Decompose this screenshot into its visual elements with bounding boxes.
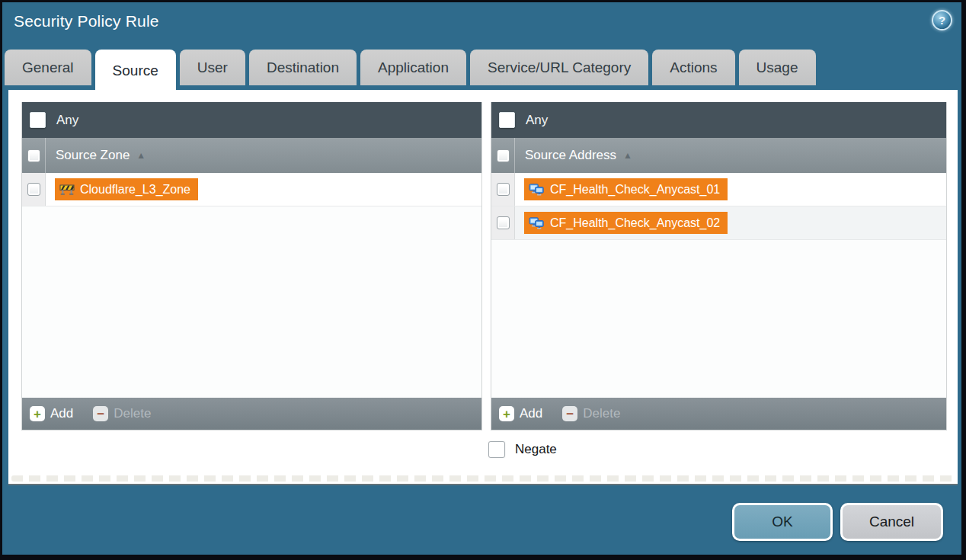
source-zone-any-checkbox[interactable] [30, 112, 46, 128]
address-icon [529, 217, 545, 229]
source-zone-panel: Any Source Zone ▲ [21, 102, 482, 430]
address-chip[interactable]: CF_Health_Check_Anycast_02 [524, 212, 728, 234]
negate-row: Negate [488, 441, 557, 458]
delete-button[interactable]: − Delete [93, 406, 151, 421]
resize-grip[interactable] [11, 475, 955, 482]
add-button[interactable]: + Add [30, 406, 73, 421]
source-zone-any-label: Any [56, 113, 78, 128]
add-label: Add [520, 406, 542, 421]
negate-checkbox[interactable] [488, 441, 505, 458]
source-address-any-label: Any [526, 113, 548, 128]
delete-label: Delete [583, 406, 620, 421]
tab-bar: General Source User Destination Applicat… [5, 50, 816, 91]
source-address-rows: CF_Health_Check_Anycast_01 [491, 173, 946, 398]
zone-name: Cloudflare_L3_Zone [80, 183, 190, 197]
row-checkbox[interactable] [497, 216, 510, 229]
tab-service-url-category[interactable]: Service/URL Category [470, 50, 648, 85]
source-address-any-checkbox[interactable] [499, 112, 515, 128]
dialog-surface: Security Policy Rule ? General Source Us… [2, 2, 961, 555]
source-address-footer: + Add − Delete [491, 398, 946, 430]
delete-button[interactable]: − Delete [562, 406, 620, 421]
row-checkbox-cell [22, 173, 46, 206]
source-address-select-all-cell [491, 138, 515, 173]
source-zone-footer: + Add − Delete [22, 398, 481, 430]
sort-ascending-icon[interactable]: ▲ [136, 150, 146, 161]
delete-minus-icon: − [93, 406, 108, 421]
address-name: CF_Health_Check_Anycast_02 [550, 216, 720, 230]
cancel-button[interactable]: Cancel [840, 503, 943, 541]
row-checkbox[interactable] [27, 183, 40, 196]
add-label: Add [50, 406, 73, 421]
table-row[interactable]: CF_Health_Check_Anycast_01 [491, 173, 946, 206]
add-button[interactable]: + Add [499, 406, 542, 421]
zone-icon [59, 184, 75, 196]
row-checkbox-cell [491, 206, 515, 239]
address-chip[interactable]: CF_Health_Check_Anycast_01 [524, 178, 728, 200]
row-checkbox-cell [491, 173, 515, 206]
tab-user[interactable]: User [180, 50, 245, 85]
source-zone-select-all-checkbox[interactable] [27, 149, 40, 162]
source-zone-rows: Cloudflare_L3_Zone [22, 173, 481, 398]
help-glyph: ? [939, 14, 945, 27]
source-zone-select-all-cell [22, 138, 46, 173]
negate-label: Negate [515, 442, 557, 457]
source-zone-column-header[interactable]: Source Zone ▲ [22, 138, 481, 173]
tab-actions[interactable]: Actions [652, 50, 734, 85]
ok-button[interactable]: OK [732, 503, 833, 541]
dialog-title: Security Policy Rule [14, 12, 159, 30]
delete-minus-icon: − [562, 406, 577, 421]
address-icon [529, 184, 545, 196]
table-row[interactable]: CF_Health_Check_Anycast_02 [491, 206, 946, 240]
add-plus-icon: + [499, 406, 514, 421]
delete-label: Delete [114, 406, 151, 421]
add-plus-icon: + [30, 406, 45, 421]
source-address-column-label: Source Address [525, 148, 616, 163]
tab-content-source: Any Source Zone ▲ [8, 90, 958, 485]
sort-ascending-icon[interactable]: ▲ [623, 150, 632, 161]
tab-usage[interactable]: Usage [739, 50, 816, 85]
row-checkbox[interactable] [497, 183, 510, 196]
tab-destination[interactable]: Destination [249, 50, 357, 85]
source-address-select-all-checkbox[interactable] [497, 149, 510, 162]
source-address-any-bar: Any [491, 102, 946, 138]
address-name: CF_Health_Check_Anycast_01 [550, 183, 720, 197]
table-row[interactable]: Cloudflare_L3_Zone [22, 173, 481, 206]
source-address-column-header[interactable]: Source Address ▲ [491, 138, 946, 173]
tab-source[interactable]: Source [95, 50, 176, 91]
source-address-panel: Any Source Address ▲ [491, 102, 947, 430]
tab-application[interactable]: Application [360, 50, 466, 85]
source-zone-column-label: Source Zone [56, 148, 130, 163]
tab-general[interactable]: General [5, 50, 91, 85]
security-policy-rule-window: Security Policy Rule ? General Source Us… [0, 0, 966, 560]
help-icon[interactable]: ? [932, 10, 952, 30]
zone-chip[interactable]: Cloudflare_L3_Zone [55, 178, 198, 200]
source-zone-any-bar: Any [22, 102, 481, 138]
